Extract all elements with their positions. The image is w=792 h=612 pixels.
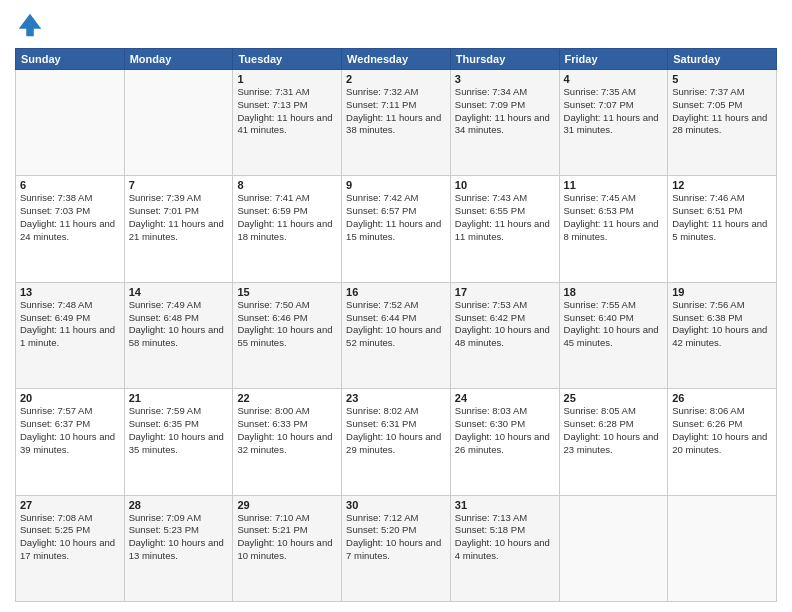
calendar-cell: 15Sunrise: 7:50 AMSunset: 6:46 PMDayligh…: [233, 282, 342, 388]
calendar-cell: 31Sunrise: 7:13 AMSunset: 5:18 PMDayligh…: [450, 495, 559, 601]
day-info: Sunrise: 7:43 AMSunset: 6:55 PMDaylight:…: [455, 192, 555, 243]
day-number: 16: [346, 286, 446, 298]
calendar-cell: 3Sunrise: 7:34 AMSunset: 7:09 PMDaylight…: [450, 70, 559, 176]
day-number: 18: [564, 286, 664, 298]
day-number: 12: [672, 179, 772, 191]
calendar-week-row: 6Sunrise: 7:38 AMSunset: 7:03 PMDaylight…: [16, 176, 777, 282]
day-info: Sunrise: 8:00 AMSunset: 6:33 PMDaylight:…: [237, 405, 337, 456]
day-number: 31: [455, 499, 555, 511]
day-info: Sunrise: 7:50 AMSunset: 6:46 PMDaylight:…: [237, 299, 337, 350]
day-info: Sunrise: 8:02 AMSunset: 6:31 PMDaylight:…: [346, 405, 446, 456]
day-number: 24: [455, 392, 555, 404]
calendar-week-row: 27Sunrise: 7:08 AMSunset: 5:25 PMDayligh…: [16, 495, 777, 601]
calendar-cell: 6Sunrise: 7:38 AMSunset: 7:03 PMDaylight…: [16, 176, 125, 282]
day-number: 13: [20, 286, 120, 298]
calendar-cell: 24Sunrise: 8:03 AMSunset: 6:30 PMDayligh…: [450, 389, 559, 495]
day-info: Sunrise: 8:05 AMSunset: 6:28 PMDaylight:…: [564, 405, 664, 456]
calendar-cell: 20Sunrise: 7:57 AMSunset: 6:37 PMDayligh…: [16, 389, 125, 495]
day-number: 26: [672, 392, 772, 404]
day-info: Sunrise: 7:39 AMSunset: 7:01 PMDaylight:…: [129, 192, 229, 243]
day-number: 22: [237, 392, 337, 404]
day-info: Sunrise: 7:08 AMSunset: 5:25 PMDaylight:…: [20, 512, 120, 563]
day-info: Sunrise: 7:55 AMSunset: 6:40 PMDaylight:…: [564, 299, 664, 350]
day-number: 15: [237, 286, 337, 298]
svg-marker-0: [19, 14, 42, 37]
day-number: 25: [564, 392, 664, 404]
calendar-cell: 19Sunrise: 7:56 AMSunset: 6:38 PMDayligh…: [668, 282, 777, 388]
calendar-cell: 4Sunrise: 7:35 AMSunset: 7:07 PMDaylight…: [559, 70, 668, 176]
col-tuesday: Tuesday: [233, 49, 342, 70]
calendar-cell: 1Sunrise: 7:31 AMSunset: 7:13 PMDaylight…: [233, 70, 342, 176]
day-number: 8: [237, 179, 337, 191]
calendar-header-row: Sunday Monday Tuesday Wednesday Thursday…: [16, 49, 777, 70]
day-info: Sunrise: 7:37 AMSunset: 7:05 PMDaylight:…: [672, 86, 772, 137]
day-info: Sunrise: 8:06 AMSunset: 6:26 PMDaylight:…: [672, 405, 772, 456]
day-info: Sunrise: 7:53 AMSunset: 6:42 PMDaylight:…: [455, 299, 555, 350]
day-number: 11: [564, 179, 664, 191]
day-number: 1: [237, 73, 337, 85]
calendar-cell: 16Sunrise: 7:52 AMSunset: 6:44 PMDayligh…: [342, 282, 451, 388]
calendar-cell: 5Sunrise: 7:37 AMSunset: 7:05 PMDaylight…: [668, 70, 777, 176]
day-number: 21: [129, 392, 229, 404]
day-info: Sunrise: 7:13 AMSunset: 5:18 PMDaylight:…: [455, 512, 555, 563]
calendar-cell: 11Sunrise: 7:45 AMSunset: 6:53 PMDayligh…: [559, 176, 668, 282]
day-number: 6: [20, 179, 120, 191]
day-info: Sunrise: 7:10 AMSunset: 5:21 PMDaylight:…: [237, 512, 337, 563]
calendar-cell: 2Sunrise: 7:32 AMSunset: 7:11 PMDaylight…: [342, 70, 451, 176]
calendar-cell: [668, 495, 777, 601]
day-number: 28: [129, 499, 229, 511]
calendar-week-row: 1Sunrise: 7:31 AMSunset: 7:13 PMDaylight…: [16, 70, 777, 176]
calendar-cell: 29Sunrise: 7:10 AMSunset: 5:21 PMDayligh…: [233, 495, 342, 601]
col-thursday: Thursday: [450, 49, 559, 70]
day-number: 14: [129, 286, 229, 298]
calendar-cell: 26Sunrise: 8:06 AMSunset: 6:26 PMDayligh…: [668, 389, 777, 495]
day-number: 5: [672, 73, 772, 85]
calendar-cell: 7Sunrise: 7:39 AMSunset: 7:01 PMDaylight…: [124, 176, 233, 282]
day-number: 30: [346, 499, 446, 511]
calendar-cell: 22Sunrise: 8:00 AMSunset: 6:33 PMDayligh…: [233, 389, 342, 495]
calendar-cell: 9Sunrise: 7:42 AMSunset: 6:57 PMDaylight…: [342, 176, 451, 282]
day-info: Sunrise: 7:56 AMSunset: 6:38 PMDaylight:…: [672, 299, 772, 350]
day-number: 29: [237, 499, 337, 511]
logo-icon: [15, 10, 45, 40]
col-monday: Monday: [124, 49, 233, 70]
day-number: 17: [455, 286, 555, 298]
calendar-week-row: 13Sunrise: 7:48 AMSunset: 6:49 PMDayligh…: [16, 282, 777, 388]
calendar-cell: 23Sunrise: 8:02 AMSunset: 6:31 PMDayligh…: [342, 389, 451, 495]
day-info: Sunrise: 7:46 AMSunset: 6:51 PMDaylight:…: [672, 192, 772, 243]
calendar-week-row: 20Sunrise: 7:57 AMSunset: 6:37 PMDayligh…: [16, 389, 777, 495]
calendar-cell: 21Sunrise: 7:59 AMSunset: 6:35 PMDayligh…: [124, 389, 233, 495]
day-number: 20: [20, 392, 120, 404]
day-info: Sunrise: 7:31 AMSunset: 7:13 PMDaylight:…: [237, 86, 337, 137]
day-number: 27: [20, 499, 120, 511]
day-number: 9: [346, 179, 446, 191]
calendar-cell: 14Sunrise: 7:49 AMSunset: 6:48 PMDayligh…: [124, 282, 233, 388]
day-info: Sunrise: 7:32 AMSunset: 7:11 PMDaylight:…: [346, 86, 446, 137]
day-info: Sunrise: 7:41 AMSunset: 6:59 PMDaylight:…: [237, 192, 337, 243]
page-header: [15, 10, 777, 40]
day-info: Sunrise: 7:57 AMSunset: 6:37 PMDaylight:…: [20, 405, 120, 456]
day-number: 23: [346, 392, 446, 404]
col-wednesday: Wednesday: [342, 49, 451, 70]
day-number: 3: [455, 73, 555, 85]
day-info: Sunrise: 7:38 AMSunset: 7:03 PMDaylight:…: [20, 192, 120, 243]
day-info: Sunrise: 7:42 AMSunset: 6:57 PMDaylight:…: [346, 192, 446, 243]
calendar-cell: 25Sunrise: 8:05 AMSunset: 6:28 PMDayligh…: [559, 389, 668, 495]
day-info: Sunrise: 7:09 AMSunset: 5:23 PMDaylight:…: [129, 512, 229, 563]
calendar-table: Sunday Monday Tuesday Wednesday Thursday…: [15, 48, 777, 602]
day-info: Sunrise: 7:48 AMSunset: 6:49 PMDaylight:…: [20, 299, 120, 350]
calendar-cell: 28Sunrise: 7:09 AMSunset: 5:23 PMDayligh…: [124, 495, 233, 601]
calendar-cell: 30Sunrise: 7:12 AMSunset: 5:20 PMDayligh…: [342, 495, 451, 601]
calendar-cell: 8Sunrise: 7:41 AMSunset: 6:59 PMDaylight…: [233, 176, 342, 282]
calendar-cell: [559, 495, 668, 601]
calendar-cell: 10Sunrise: 7:43 AMSunset: 6:55 PMDayligh…: [450, 176, 559, 282]
calendar-cell: 18Sunrise: 7:55 AMSunset: 6:40 PMDayligh…: [559, 282, 668, 388]
day-info: Sunrise: 7:52 AMSunset: 6:44 PMDaylight:…: [346, 299, 446, 350]
col-saturday: Saturday: [668, 49, 777, 70]
day-number: 4: [564, 73, 664, 85]
day-info: Sunrise: 7:35 AMSunset: 7:07 PMDaylight:…: [564, 86, 664, 137]
day-number: 10: [455, 179, 555, 191]
day-number: 2: [346, 73, 446, 85]
calendar-cell: 27Sunrise: 7:08 AMSunset: 5:25 PMDayligh…: [16, 495, 125, 601]
day-info: Sunrise: 7:59 AMSunset: 6:35 PMDaylight:…: [129, 405, 229, 456]
